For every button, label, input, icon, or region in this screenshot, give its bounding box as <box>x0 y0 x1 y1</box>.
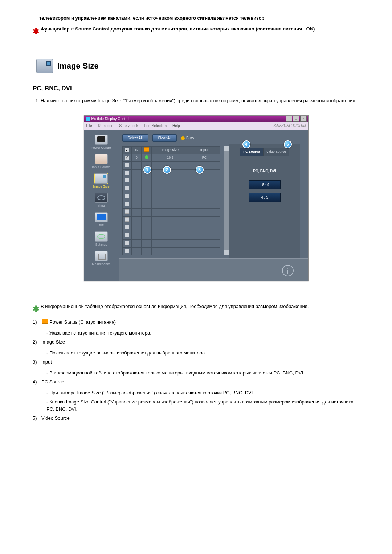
idx-1: 1) <box>33 319 41 326</box>
status-bar <box>119 258 308 281</box>
sidebar-item-power-control[interactable]: Power Control <box>87 135 116 151</box>
power-status-icon <box>42 319 48 324</box>
row4-line2: - Кнопка Image Size Control ("Управление… <box>33 398 359 413</box>
callout-1: 1 <box>143 166 151 174</box>
row-checkbox[interactable] <box>125 156 129 160</box>
table-row[interactable]: 0 16:9 PC <box>122 154 220 162</box>
sidebar: Power Control Input Source Image Size Ti… <box>84 130 119 281</box>
col-image-size: Image Size <box>152 146 189 154</box>
clear-all-button[interactable]: Clear All <box>152 134 177 142</box>
col-input: Input <box>189 146 220 154</box>
cell-id: 0 <box>132 154 142 162</box>
row4-title: PC Source <box>41 378 64 386</box>
window-title: Multiple Display Control <box>91 116 130 122</box>
window-controls: _ □ × <box>285 116 307 122</box>
maximize-button[interactable]: □ <box>293 116 299 122</box>
brand-label: SAMSUNG DIGITall <box>273 123 306 128</box>
busy-indicator: Busy <box>181 135 194 141</box>
asterisk-icon: ✱ <box>33 303 39 315</box>
title-bar: Multiple Display Control _ □ × <box>84 116 308 122</box>
idx-3: 3) <box>33 358 41 366</box>
app-icon <box>86 117 90 121</box>
menu-help[interactable]: Help <box>172 123 180 128</box>
select-all-button[interactable]: Select All <box>122 134 148 142</box>
menu-file[interactable]: File <box>86 123 92 128</box>
callout-4: 4 <box>242 140 250 148</box>
sidebar-item-image-size[interactable]: Image Size <box>87 173 116 189</box>
row3-title: Input <box>41 358 52 366</box>
header-checkbox[interactable] <box>125 148 129 152</box>
idx-2: 2) <box>33 338 41 346</box>
tab-video-source[interactable]: Video Source <box>263 148 289 156</box>
row2-line: - Показывает текущие размеры изображения… <box>33 349 359 357</box>
sidebar-item-time[interactable]: Time <box>87 193 116 209</box>
sub-heading: PC, BNC, DVI <box>33 84 359 93</box>
bottom-intro: В информационной таблице отображается ос… <box>41 303 309 310</box>
tab-pc-source[interactable]: PC Source <box>240 148 263 156</box>
asterisk-icon: ✱ <box>33 25 39 37</box>
close-button[interactable]: × <box>300 116 307 122</box>
col-id: ID <box>132 146 142 154</box>
callout-3: 3 <box>196 166 204 174</box>
callout-5: 5 <box>284 140 292 148</box>
ratio-4-3-button[interactable]: 4 : 3 <box>249 193 281 202</box>
cell-input: PC <box>189 154 220 162</box>
callout-2: 2 <box>163 166 171 174</box>
minimize-button[interactable]: _ <box>286 116 292 122</box>
idx-5: 5) <box>33 415 41 422</box>
row3-line: - В информационной таблице отображаются … <box>33 369 359 377</box>
row1-title: Power Status (Статус питания) <box>49 319 116 326</box>
menu-bar: File Remocon Safety Lock Port Selection … <box>84 122 308 130</box>
idx-4: 4) <box>33 378 41 386</box>
menu-remocon[interactable]: Remocon <box>98 123 114 128</box>
menu-port-selection[interactable]: Port Selection <box>144 123 167 128</box>
scrollbar[interactable] <box>224 146 229 256</box>
sidebar-item-maintenance[interactable]: Maintenance <box>87 251 116 267</box>
power-icon <box>144 147 149 152</box>
step-1: Нажмите на пиктограмму Image Size ("Разм… <box>41 97 359 104</box>
application-screenshot: Multiple Display Control _ □ × File Remo… <box>84 115 309 282</box>
monitor-table: ID Image Size Input 0 16:9 PC <box>122 146 220 256</box>
cell-size: 16:9 <box>152 154 189 162</box>
row5-title: Video Source <box>41 415 70 422</box>
row2-title: Image Size <box>41 338 65 346</box>
info-icon <box>282 265 294 276</box>
sidebar-item-pip[interactable]: PIP <box>87 212 116 228</box>
ratio-16-9-button[interactable]: 16 : 9 <box>249 180 281 189</box>
row4-line1: - При выборе Image Size ("Размер изображ… <box>33 389 359 397</box>
status-dot-icon <box>145 155 148 159</box>
top-warning-1: телевизором и управлением каналами, если… <box>39 15 266 22</box>
sidebar-item-settings[interactable]: Settings <box>87 231 116 247</box>
image-size-icon <box>36 59 53 73</box>
right-panel-label: PC, BNC, DVI <box>253 168 276 174</box>
section-title: Image Size <box>57 60 99 72</box>
top-warning-2: Функция Input Source Control доступна то… <box>41 25 315 33</box>
sidebar-item-input-source[interactable]: Input Source <box>87 154 116 170</box>
menu-safety-lock[interactable]: Safety Lock <box>119 123 138 128</box>
right-panel: 4 5 PC Source Video Source PC, BNC, DVI … <box>229 144 300 259</box>
row1-line: - Указывает статус питания текущего мони… <box>33 329 359 337</box>
